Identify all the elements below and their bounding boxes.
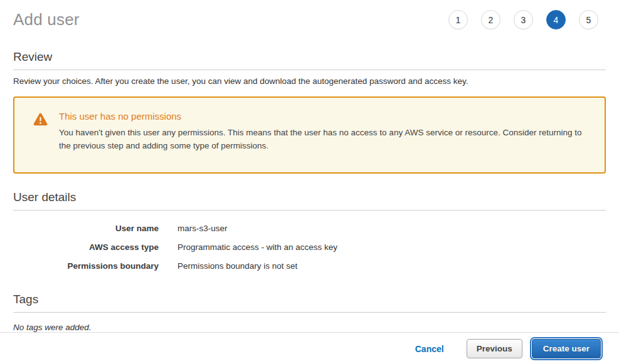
step-2[interactable]: 2	[481, 10, 500, 29]
tags-empty-message: No tags were added.	[13, 323, 606, 332]
add-user-wizard-page: Add user 1 2 3 4 5 Review Review your ch…	[0, 0, 619, 364]
no-permissions-warning-banner: This user has no permissions You haven't…	[13, 96, 606, 174]
user-details-table: User name mars-s3-user AWS access type P…	[13, 219, 606, 276]
step-4-active[interactable]: 4	[546, 10, 566, 29]
detail-value: Permissions boundary is not set	[177, 261, 297, 271]
detail-label: User name	[13, 224, 159, 233]
warning-title: This user has no permissions	[59, 111, 592, 122]
detail-value: mars-s3-user	[177, 224, 228, 233]
review-description: Review your choices. After you create th…	[13, 76, 606, 86]
user-details-section-heading: User details	[13, 190, 606, 211]
step-3[interactable]: 3	[514, 10, 533, 29]
review-section-heading: Review	[13, 50, 606, 70]
table-row-access-type: AWS access type Programmatic access - wi…	[13, 238, 606, 257]
create-user-button[interactable]: Create user	[532, 339, 601, 358]
wizard-content: Add user 1 2 3 4 5 Review Review your ch…	[0, 0, 619, 332]
previous-button[interactable]: Previous	[467, 339, 522, 358]
page-title: Add user	[13, 10, 80, 29]
step-indicator: 1 2 3 4 5	[448, 10, 606, 29]
detail-label: AWS access type	[13, 242, 159, 252]
cancel-button[interactable]: Cancel	[415, 344, 444, 354]
table-row-permissions-boundary: Permissions boundary Permissions boundar…	[13, 257, 606, 276]
step-1[interactable]: 1	[448, 10, 468, 29]
tags-section-heading: Tags	[13, 293, 606, 313]
warning-triangle-icon	[33, 113, 48, 128]
table-row-user-name: User name mars-s3-user	[13, 219, 606, 238]
detail-value: Programmatic access - with an access key	[177, 242, 337, 252]
step-5[interactable]: 5	[579, 10, 598, 29]
detail-label: Permissions boundary	[13, 261, 159, 271]
wizard-footer: Cancel Previous Create user	[0, 332, 619, 364]
warning-body: You haven't given this user any permissi…	[59, 126, 592, 152]
warning-text-block: This user has no permissions You haven't…	[59, 111, 592, 152]
wizard-header: Add user 1 2 3 4 5	[13, 0, 606, 29]
